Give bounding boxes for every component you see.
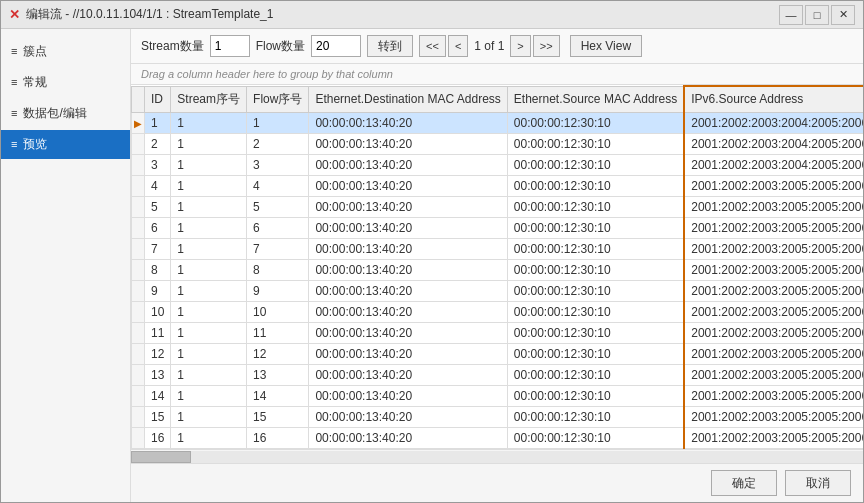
cell-src-mac: 00:00:00:12:30:10 bbox=[507, 385, 684, 406]
row-indicator bbox=[132, 175, 145, 196]
maximize-button[interactable]: □ bbox=[805, 5, 829, 25]
cell-stream: 1 bbox=[171, 280, 247, 301]
cell-dst-mac: 00:00:00:13:40:20 bbox=[309, 196, 507, 217]
cell-stream: 1 bbox=[171, 343, 247, 364]
table-row[interactable]: 1411400:00:00:13:40:2000:00:00:12:30:102… bbox=[132, 385, 864, 406]
table-row[interactable]: 61600:00:00:13:40:2000:00:00:12:30:10200… bbox=[132, 217, 864, 238]
col-id[interactable]: ID bbox=[145, 86, 171, 112]
table-row[interactable]: 81800:00:00:13:40:2000:00:00:12:30:10200… bbox=[132, 259, 864, 280]
table-row[interactable]: 71700:00:00:13:40:2000:00:00:12:30:10200… bbox=[132, 238, 864, 259]
cell-stream: 1 bbox=[171, 406, 247, 427]
cell-src-mac: 00:00:00:12:30:10 bbox=[507, 217, 684, 238]
goto-button[interactable]: 转到 bbox=[367, 35, 413, 57]
col-ipv6-src[interactable]: IPv6.Source Address bbox=[684, 86, 863, 112]
table-row[interactable]: ▶11100:00:00:13:40:2000:00:00:12:30:1020… bbox=[132, 112, 864, 133]
cell-dst-mac: 00:00:00:13:40:20 bbox=[309, 301, 507, 322]
table-container[interactable]: ID Stream序号 Flow序号 Ethernet.Destination … bbox=[131, 85, 863, 449]
cell-id: 8 bbox=[145, 259, 171, 280]
flow-count-input[interactable] bbox=[311, 35, 361, 57]
cell-id: 11 bbox=[145, 322, 171, 343]
cell-src-mac: 00:00:00:12:30:10 bbox=[507, 427, 684, 448]
cell-stream: 1 bbox=[171, 217, 247, 238]
row-indicator: ▶ bbox=[132, 112, 145, 133]
cell-src-mac: 00:00:00:12:30:10 bbox=[507, 112, 684, 133]
sidebar-item-node[interactable]: ≡ 簇点 bbox=[1, 37, 130, 66]
col-indicator[interactable] bbox=[132, 86, 145, 112]
table-row[interactable]: 1511500:00:00:13:40:2000:00:00:12:30:102… bbox=[132, 406, 864, 427]
table-row[interactable]: 91900:00:00:13:40:2000:00:00:12:30:10200… bbox=[132, 280, 864, 301]
cell-flow: 13 bbox=[247, 364, 309, 385]
col-stream[interactable]: Stream序号 bbox=[171, 86, 247, 112]
row-indicator bbox=[132, 301, 145, 322]
table-row[interactable]: 21200:00:00:13:40:2000:00:00:12:30:10200… bbox=[132, 133, 864, 154]
table-row[interactable]: 41400:00:00:13:40:2000:00:00:12:30:10200… bbox=[132, 175, 864, 196]
cell-id: 14 bbox=[145, 385, 171, 406]
col-dst-mac[interactable]: Ethernet.Destination MAC Address bbox=[309, 86, 507, 112]
horizontal-scrollbar[interactable] bbox=[131, 449, 863, 463]
cell-src-mac: 00:00:00:12:30:10 bbox=[507, 280, 684, 301]
sidebar-item-normal[interactable]: ≡ 常规 bbox=[1, 68, 130, 97]
row-indicator bbox=[132, 427, 145, 448]
row-indicator bbox=[132, 406, 145, 427]
cell-stream: 1 bbox=[171, 154, 247, 175]
cell-ipv6-src: 2001:2002:2003:2005:2005:2006:2007:2008 bbox=[684, 301, 863, 322]
table-row[interactable]: 1311300:00:00:13:40:2000:00:00:12:30:102… bbox=[132, 364, 864, 385]
table-row[interactable]: 1111100:00:00:13:40:2000:00:00:12:30:102… bbox=[132, 322, 864, 343]
table-header-row: ID Stream序号 Flow序号 Ethernet.Destination … bbox=[132, 86, 864, 112]
sidebar-item-edit[interactable]: ≡ 数据包/编辑 bbox=[1, 99, 130, 128]
table-row[interactable]: 51500:00:00:13:40:2000:00:00:12:30:10200… bbox=[132, 196, 864, 217]
cell-dst-mac: 00:00:00:13:40:20 bbox=[309, 427, 507, 448]
cell-dst-mac: 00:00:00:13:40:20 bbox=[309, 280, 507, 301]
cell-ipv6-src: 2001:2002:2003:2005:2005:2006:2007:2008 bbox=[684, 427, 863, 448]
row-indicator bbox=[132, 385, 145, 406]
table-row[interactable]: 31300:00:00:13:40:2000:00:00:12:30:10200… bbox=[132, 154, 864, 175]
sidebar: ≡ 簇点 ≡ 常规 ≡ 数据包/编辑 ≡ 预览 bbox=[1, 29, 131, 502]
cell-ipv6-src: 2001:2002:2003:2005:2005:2006:2007:2008 bbox=[684, 238, 863, 259]
cell-ipv6-src: 2001:2002:2003:2005:2005:2006:2007:2008 bbox=[684, 322, 863, 343]
edit-icon: ≡ bbox=[11, 108, 17, 119]
table-row[interactable]: 1211200:00:00:13:40:2000:00:00:12:30:102… bbox=[132, 343, 864, 364]
nav-last-button[interactable]: >> bbox=[533, 35, 560, 57]
cell-flow: 4 bbox=[247, 175, 309, 196]
drag-hint: Drag a column header here to group by th… bbox=[131, 64, 863, 85]
cell-stream: 1 bbox=[171, 427, 247, 448]
table-row[interactable]: 1011000:00:00:13:40:2000:00:00:12:30:102… bbox=[132, 301, 864, 322]
cell-id: 10 bbox=[145, 301, 171, 322]
title-bar: ✕ 编辑流 - //10.0.11.104/1/1 : StreamTempla… bbox=[1, 1, 863, 29]
nav-first-button[interactable]: << bbox=[419, 35, 446, 57]
cell-id: 9 bbox=[145, 280, 171, 301]
cell-src-mac: 00:00:00:12:30:10 bbox=[507, 196, 684, 217]
minimize-button[interactable]: — bbox=[779, 5, 803, 25]
confirm-button[interactable]: 确定 bbox=[711, 470, 777, 496]
cell-flow: 16 bbox=[247, 427, 309, 448]
table-body: ▶11100:00:00:13:40:2000:00:00:12:30:1020… bbox=[132, 112, 864, 449]
cell-src-mac: 00:00:00:12:30:10 bbox=[507, 259, 684, 280]
cell-dst-mac: 00:00:00:13:40:20 bbox=[309, 343, 507, 364]
cell-stream: 1 bbox=[171, 322, 247, 343]
row-indicator bbox=[132, 259, 145, 280]
close-button[interactable]: ✕ bbox=[831, 5, 855, 25]
cell-flow: 9 bbox=[247, 280, 309, 301]
main-window: ✕ 编辑流 - //10.0.11.104/1/1 : StreamTempla… bbox=[0, 0, 864, 503]
hex-view-button[interactable]: Hex View bbox=[570, 35, 642, 57]
cancel-button[interactable]: 取消 bbox=[785, 470, 851, 496]
col-src-mac[interactable]: Ethernet.Source MAC Address bbox=[507, 86, 684, 112]
col-flow[interactable]: Flow序号 bbox=[247, 86, 309, 112]
cell-stream: 1 bbox=[171, 238, 247, 259]
nav-next-button[interactable]: > bbox=[510, 35, 530, 57]
cell-dst-mac: 00:00:00:13:40:20 bbox=[309, 112, 507, 133]
cell-ipv6-src: 2001:2002:2003:2005:2005:2006:2007:2008 bbox=[684, 343, 863, 364]
cell-ipv6-src: 2001:2002:2003:2005:2005:2006:2007:2008 bbox=[684, 217, 863, 238]
row-arrow-icon: ▶ bbox=[134, 118, 142, 129]
scrollbar-track[interactable] bbox=[131, 451, 863, 463]
table-row[interactable]: 1611600:00:00:13:40:2000:00:00:12:30:102… bbox=[132, 427, 864, 448]
cell-dst-mac: 00:00:00:13:40:20 bbox=[309, 364, 507, 385]
window-title: 编辑流 - //10.0.11.104/1/1 : StreamTemplate… bbox=[26, 6, 273, 23]
scrollbar-thumb[interactable] bbox=[131, 451, 191, 463]
sidebar-item-preview[interactable]: ≡ 预览 bbox=[1, 130, 130, 159]
cell-ipv6-src: 2001:2002:2003:2004:2005:2006:2007:2008 bbox=[684, 154, 863, 175]
row-indicator bbox=[132, 364, 145, 385]
cell-dst-mac: 00:00:00:13:40:20 bbox=[309, 133, 507, 154]
stream-count-input[interactable] bbox=[210, 35, 250, 57]
nav-prev-button[interactable]: < bbox=[448, 35, 468, 57]
